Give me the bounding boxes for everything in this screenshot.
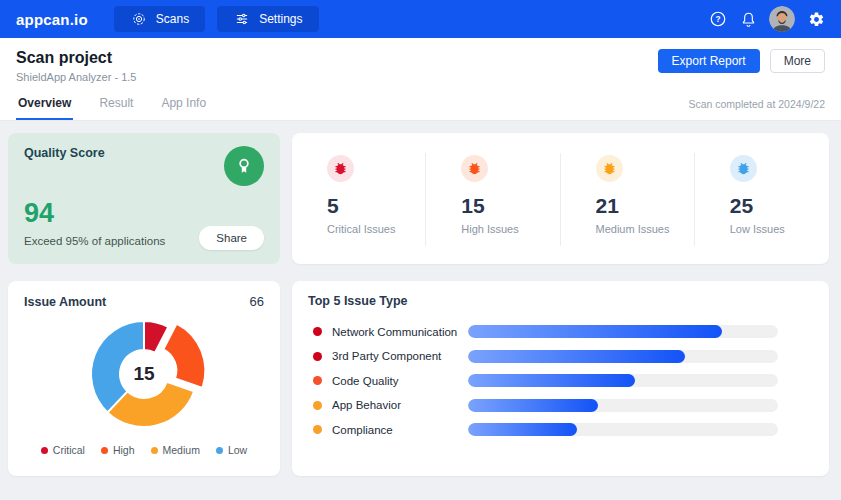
- issue-type-row: App Behavior: [308, 399, 813, 412]
- legend-label: Critical: [53, 444, 85, 456]
- issue-summary-item: 21Medium Issues: [561, 133, 695, 264]
- issue-summary-item: 15High Issues: [426, 133, 560, 264]
- tab-app-info[interactable]: App Info: [159, 87, 208, 120]
- issue-type-row: Compliance: [308, 423, 813, 436]
- issue-type-label: Compliance: [332, 424, 468, 436]
- bar-fill[interactable]: [468, 423, 577, 436]
- scan-icon: [130, 10, 148, 28]
- bar-fill[interactable]: [468, 374, 635, 387]
- chart-legend: CriticalHighMediumLow: [24, 444, 264, 456]
- issue-label: Low Issues: [730, 223, 829, 235]
- quality-score-card: Quality Score 94 Exceed 95% of applicati…: [8, 133, 280, 264]
- page-title: Scan project: [16, 49, 136, 67]
- severity-dot: [313, 401, 322, 410]
- severity-dot: [313, 327, 322, 336]
- export-report-button[interactable]: Export Report: [658, 49, 760, 73]
- bug-icon: [461, 155, 488, 182]
- legend-dot: [101, 447, 108, 454]
- issue-type-row: 3rd Party Component: [308, 350, 813, 363]
- medal-icon: [224, 146, 264, 186]
- bar-fill[interactable]: [468, 325, 722, 338]
- issue-summary-item: 5Critical Issues: [292, 133, 426, 264]
- legend-label: High: [113, 444, 135, 456]
- user-avatar[interactable]: [769, 6, 795, 32]
- issue-label: High Issues: [461, 223, 560, 235]
- issue-summary-item: 25Low Issues: [695, 133, 829, 264]
- issue-count: 15: [461, 194, 560, 218]
- severity-dot: [313, 352, 322, 361]
- app-header: appcan.io Scans Settings: [0, 0, 841, 38]
- top5-title: Top 5 Issue Type: [308, 294, 813, 308]
- issue-type-row: Code Quality: [308, 374, 813, 387]
- issue-summary-card: 5Critical Issues15High Issues21Medium Is…: [292, 133, 829, 264]
- dashboard-content: Quality Score 94 Exceed 95% of applicati…: [0, 121, 841, 476]
- legend-label: Medium: [163, 444, 200, 456]
- bug-icon: [327, 155, 354, 182]
- nav-scans-button[interactable]: Scans: [114, 6, 205, 32]
- issue-type-label: 3rd Party Component: [332, 350, 468, 362]
- legend-dot: [41, 447, 48, 454]
- share-button[interactable]: Share: [199, 226, 264, 250]
- bar-track: [468, 399, 778, 412]
- title-bar: Scan project ShieldApp Analyzer - 1.5 Ex…: [0, 38, 841, 87]
- bug-icon: [596, 155, 623, 182]
- nav-scans-label: Scans: [156, 12, 189, 26]
- quality-score-value: 94: [24, 198, 54, 229]
- legend-item: High: [101, 444, 135, 456]
- severity-dot: [313, 376, 322, 385]
- notifications-bell-icon[interactable]: [739, 10, 757, 28]
- help-icon[interactable]: ?: [709, 10, 727, 28]
- svg-text:?: ?: [715, 15, 720, 24]
- bar-track: [468, 325, 778, 338]
- top5-issue-type-card: Top 5 Issue Type Network Communication3r…: [292, 281, 829, 476]
- issue-label: Medium Issues: [596, 223, 695, 235]
- issue-count: 5: [327, 194, 426, 218]
- issue-type-label: Network Communication: [332, 326, 468, 338]
- issue-total-value: 66: [250, 294, 264, 309]
- legend-item: Medium: [151, 444, 200, 456]
- issue-type-label: Code Quality: [332, 375, 468, 387]
- donut-center-value: 15: [133, 363, 154, 385]
- bar-track: [468, 423, 778, 436]
- issue-amount-title: Issue Amount: [24, 295, 106, 309]
- legend-dot: [151, 447, 158, 454]
- issue-type-label: App Behavior: [332, 399, 468, 411]
- issue-label: Critical Issues: [327, 223, 426, 235]
- legend-item: Critical: [41, 444, 85, 456]
- page-subtitle: ShieldApp Analyzer - 1.5: [16, 71, 136, 83]
- settings-gear-icon[interactable]: [807, 10, 825, 28]
- bar-fill[interactable]: [468, 399, 598, 412]
- bar-track: [468, 350, 778, 363]
- bug-icon: [730, 155, 757, 182]
- legend-dot: [216, 447, 223, 454]
- bar-fill[interactable]: [468, 350, 685, 363]
- severity-dot: [313, 425, 322, 434]
- scan-completed-text: Scan completed at 2024/9/22: [688, 98, 825, 120]
- tab-bar: Overview Result App Info Scan completed …: [0, 87, 841, 121]
- donut-chart: 15: [29, 313, 259, 439]
- quality-score-subtitle: Exceed 95% of applications: [24, 235, 165, 247]
- tab-result[interactable]: Result: [97, 87, 135, 120]
- top5-bar-chart: Network Communication3rd Party Component…: [308, 325, 813, 436]
- app-logo[interactable]: appcan.io: [16, 11, 88, 28]
- nav-settings-label: Settings: [259, 12, 302, 26]
- donut-slice-high[interactable]: [163, 324, 205, 388]
- nav-settings-button[interactable]: Settings: [217, 6, 318, 32]
- bar-track: [468, 374, 778, 387]
- legend-item: Low: [216, 444, 247, 456]
- legend-label: Low: [228, 444, 247, 456]
- more-button[interactable]: More: [770, 49, 825, 73]
- issue-type-row: Network Communication: [308, 325, 813, 338]
- issue-count: 25: [730, 194, 829, 218]
- tab-overview[interactable]: Overview: [16, 87, 73, 120]
- issue-count: 21: [596, 194, 695, 218]
- issue-amount-card: Issue Amount 66 15 CriticalHighMediumLow: [8, 281, 280, 476]
- tune-icon: [233, 10, 251, 28]
